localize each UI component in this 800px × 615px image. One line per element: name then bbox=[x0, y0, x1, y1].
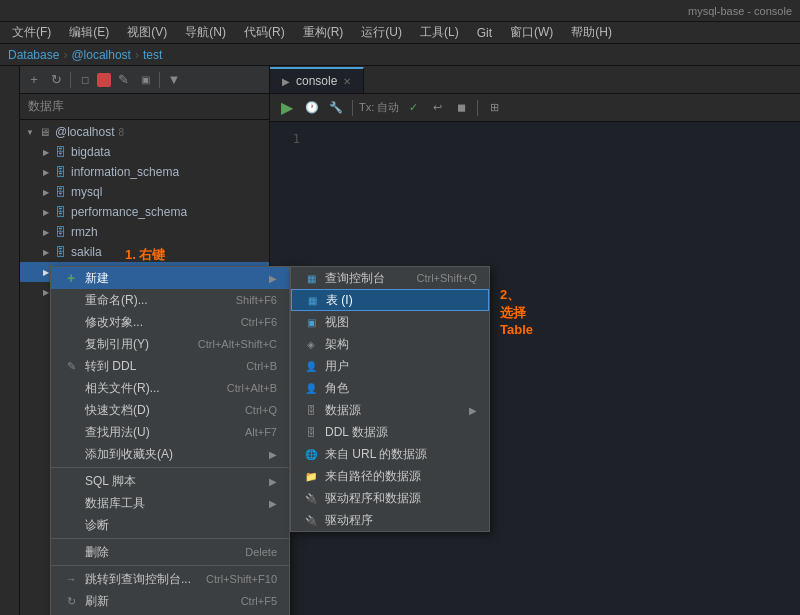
user-icon: 👤 bbox=[303, 359, 319, 373]
empty-icon bbox=[63, 425, 79, 439]
menu-file[interactable]: 文件(F) bbox=[4, 22, 59, 43]
cm-sql-script[interactable]: SQL 脚本 ▶ bbox=[51, 470, 289, 492]
menu-window[interactable]: 窗口(W) bbox=[502, 22, 561, 43]
sm-label: 数据源 bbox=[325, 402, 361, 419]
menu-view[interactable]: 视图(V) bbox=[119, 22, 175, 43]
submenu-path-datasource[interactable]: 📁 来自路径的数据源 bbox=[291, 465, 489, 487]
empty-icon bbox=[63, 447, 79, 461]
cm-label: 删除 bbox=[85, 544, 109, 561]
cm-shortcut: Ctrl+Alt+B bbox=[227, 382, 277, 394]
menu-navigate[interactable]: 导航(N) bbox=[177, 22, 234, 43]
cm-shortcut: Alt+F7 bbox=[245, 426, 277, 438]
title-text: mysql-base - console bbox=[688, 5, 792, 17]
cm-add-fav[interactable]: 添加到收藏夹(A) ▶ bbox=[51, 443, 289, 465]
cm-left: 诊断 bbox=[63, 517, 109, 534]
breadcrumb-localhost[interactable]: @localhost bbox=[71, 48, 131, 62]
cm-new-label: 新建 bbox=[85, 270, 109, 287]
grid-icon[interactable]: ⊞ bbox=[484, 98, 504, 118]
menu-refactor[interactable]: 重构(R) bbox=[295, 22, 352, 43]
cm-modify[interactable]: 修改对象... Ctrl+F6 bbox=[51, 311, 289, 333]
breadcrumb: Database › @localhost › test bbox=[0, 44, 800, 66]
sm-left: 📁 来自路径的数据源 bbox=[303, 468, 421, 485]
sm-label: 查询控制台 bbox=[325, 270, 385, 287]
submenu-table[interactable]: ▦ 表 (I) bbox=[291, 289, 489, 311]
check-icon[interactable]: ✓ bbox=[403, 98, 423, 118]
cm-quick-doc[interactable]: 快速文档(D) Ctrl+Q bbox=[51, 399, 289, 421]
empty-icon bbox=[63, 474, 79, 488]
menu-code[interactable]: 代码(R) bbox=[236, 22, 293, 43]
breadcrumb-test[interactable]: test bbox=[143, 48, 162, 62]
cm-delete[interactable]: 删除 Delete bbox=[51, 541, 289, 563]
undo-icon[interactable]: ↩ bbox=[427, 98, 447, 118]
empty-icon bbox=[63, 545, 79, 559]
menu-run[interactable]: 运行(U) bbox=[353, 22, 410, 43]
submenu-user[interactable]: 👤 用户 bbox=[291, 355, 489, 377]
plus-icon: + bbox=[63, 271, 79, 285]
menu-git[interactable]: Git bbox=[469, 24, 500, 42]
cm-db-tools[interactable]: 数据库工具 ▶ bbox=[51, 492, 289, 514]
cm-goto-ddl[interactable]: ✎ 转到 DDL Ctrl+B bbox=[51, 355, 289, 377]
empty-icon bbox=[63, 337, 79, 351]
sm-label: 用户 bbox=[325, 358, 349, 375]
tab-close-icon[interactable]: ✕ bbox=[343, 76, 351, 87]
datasource-icon: 🗄 bbox=[303, 403, 319, 417]
submenu-ddl-datasource[interactable]: 🗄 DDL 数据源 bbox=[291, 421, 489, 443]
cm-label: 诊断 bbox=[85, 517, 109, 534]
sm-label: 表 (I) bbox=[326, 292, 353, 309]
submenu-driver-datasource[interactable]: 🔌 驱动程序和数据源 bbox=[291, 487, 489, 509]
callout-select-table: 2、选择Table bbox=[500, 286, 533, 337]
cm-label: 相关文件(R)... bbox=[85, 380, 160, 397]
tab-console[interactable]: ▶ console ✕ bbox=[270, 67, 364, 93]
cm-label: 跳转到查询控制台... bbox=[85, 571, 191, 588]
cm-shortcut: Ctrl+Q bbox=[245, 404, 277, 416]
cm-left: 数据库工具 bbox=[63, 495, 145, 512]
breadcrumb-sep2: › bbox=[135, 48, 139, 62]
cm-shortcut: Delete bbox=[245, 546, 277, 558]
submenu-url-datasource[interactable]: 🌐 来自 URL 的数据源 bbox=[291, 443, 489, 465]
cm-left: 相关文件(R)... bbox=[63, 380, 160, 397]
cm-related-files[interactable]: 相关文件(R)... Ctrl+Alt+B bbox=[51, 377, 289, 399]
cm-label: 复制引用(Y) bbox=[85, 336, 149, 353]
submenu-schema[interactable]: ◈ 架构 bbox=[291, 333, 489, 355]
menu-edit[interactable]: 编辑(E) bbox=[61, 22, 117, 43]
cm-diagnose[interactable]: 诊断 bbox=[51, 514, 289, 536]
settings-button[interactable]: 🔧 bbox=[326, 98, 346, 118]
stop-icon[interactable]: ◼ bbox=[451, 98, 471, 118]
table-icon: ▦ bbox=[304, 293, 320, 307]
cm-label: 快速文档(D) bbox=[85, 402, 150, 419]
new-submenu-arrow: ▶ bbox=[269, 273, 277, 284]
cm-refresh[interactable]: ↻ 刷新 Ctrl+F5 bbox=[51, 590, 289, 612]
sm-label: 驱动程序和数据源 bbox=[325, 490, 421, 507]
sm-shortcut: Ctrl+Shift+Q bbox=[416, 272, 477, 284]
cm-usage[interactable]: 查找用法(U) Alt+F7 bbox=[51, 421, 289, 443]
sm-label: 架构 bbox=[325, 336, 349, 353]
goto-icon: → bbox=[63, 572, 79, 586]
cm-goto-console[interactable]: → 跳转到查询控制台... Ctrl+Shift+F10 bbox=[51, 568, 289, 590]
callout-right-click: 1. 右键 bbox=[125, 246, 165, 264]
sm-label: 视图 bbox=[325, 314, 349, 331]
cm-label: 重命名(R)... bbox=[85, 292, 148, 309]
editor-sep bbox=[352, 100, 353, 116]
empty-icon bbox=[63, 293, 79, 307]
menu-tools[interactable]: 工具(L) bbox=[412, 22, 467, 43]
tools-arrow: ▶ bbox=[269, 498, 277, 509]
history-button[interactable]: 🕐 bbox=[302, 98, 322, 118]
sql-arrow: ▶ bbox=[269, 476, 277, 487]
run-button[interactable]: ▶ bbox=[276, 97, 298, 119]
submenu-view[interactable]: ▣ 视图 bbox=[291, 311, 489, 333]
menu-help[interactable]: 帮助(H) bbox=[563, 22, 620, 43]
submenu-role[interactable]: 👤 角色 bbox=[291, 377, 489, 399]
submenu-datasource[interactable]: 🗄 数据源 ▶ bbox=[291, 399, 489, 421]
submenu-driver[interactable]: 🔌 驱动程序 bbox=[291, 509, 489, 531]
breadcrumb-database[interactable]: Database bbox=[8, 48, 59, 62]
cm-copy-ref[interactable]: 复制引用(Y) Ctrl+Alt+Shift+C bbox=[51, 333, 289, 355]
cm-rename[interactable]: 重命名(R)... Shift+F6 bbox=[51, 289, 289, 311]
cm-shortcut: Ctrl+B bbox=[246, 360, 277, 372]
cm-sep3 bbox=[51, 565, 289, 566]
sm-label: 角色 bbox=[325, 380, 349, 397]
cm-new[interactable]: + 新建 ▶ bbox=[51, 267, 289, 289]
submenu: ▦ 查询控制台 Ctrl+Shift+Q ▦ 表 (I) ▣ 视图 bbox=[290, 266, 490, 532]
console-icon: ▦ bbox=[303, 271, 319, 285]
tx-label: Tx: 自动 bbox=[359, 100, 399, 115]
submenu-query-console[interactable]: ▦ 查询控制台 Ctrl+Shift+Q bbox=[291, 267, 489, 289]
